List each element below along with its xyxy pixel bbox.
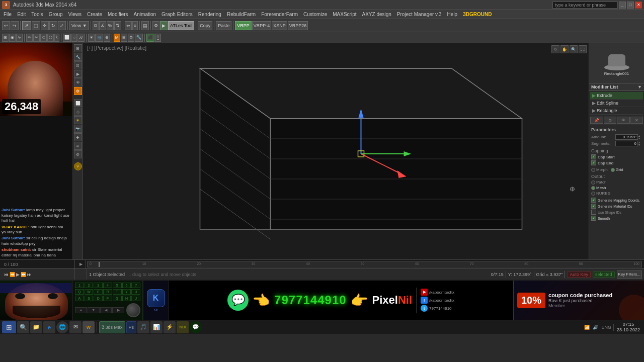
key-1[interactable]: 1 bbox=[75, 283, 84, 288]
patch-radio[interactable] bbox=[591, 180, 595, 185]
system-button[interactable]: ⚙ bbox=[128, 34, 134, 42]
minimize-button[interactable]: _ bbox=[619, 2, 626, 9]
key-u[interactable]: U bbox=[131, 289, 140, 295]
geometry-icon[interactable]: ⬜ bbox=[74, 99, 82, 107]
menu-create[interactable]: Create bbox=[85, 11, 105, 18]
menu-3dground[interactable]: 3DGROUND bbox=[460, 11, 494, 18]
menu-project-manager[interactable]: Project Manager v.3 bbox=[394, 11, 444, 18]
menu-views[interactable]: Views bbox=[66, 11, 85, 18]
shapes-icon[interactable]: ◇ bbox=[74, 108, 82, 116]
prev-frame[interactable]: ⏪ bbox=[10, 272, 15, 277]
key-t[interactable]: T bbox=[113, 289, 122, 295]
winrar-taskbar[interactable]: W bbox=[83, 321, 95, 333]
dial-knob[interactable] bbox=[126, 303, 140, 317]
spinner-snap[interactable]: ⇅ bbox=[114, 21, 121, 30]
set-key[interactable]: Key Filters... bbox=[617, 270, 642, 279]
nav-right[interactable]: ▶ bbox=[112, 307, 124, 313]
vrpp26-button[interactable]: VRPP26 bbox=[288, 21, 308, 30]
start-button[interactable]: ⊞ bbox=[2, 321, 16, 333]
vrpp-button[interactable]: VRPP-4 bbox=[252, 21, 272, 30]
modifier-item-rectangle[interactable]: ▶ Rectangle bbox=[590, 107, 643, 115]
menu-animation[interactable]: Animation bbox=[131, 11, 158, 18]
app3-taskbar[interactable]: ⚡ bbox=[164, 321, 176, 333]
delete-modifier[interactable]: ✕ bbox=[630, 117, 643, 124]
helper-button[interactable]: ⊞ bbox=[121, 34, 127, 42]
render-setup[interactable]: ⚙ bbox=[152, 21, 159, 30]
material-editor-button[interactable]: M bbox=[114, 34, 120, 42]
angle-snap[interactable]: ∡ bbox=[99, 21, 106, 30]
search-taskbar[interactable]: 🔍 bbox=[17, 321, 29, 333]
smooth-checkbox[interactable]: ✓ bbox=[591, 216, 596, 221]
spacewarps-icon[interactable]: ≋ bbox=[74, 142, 82, 150]
systems-icon[interactable]: ⚙ bbox=[74, 150, 82, 158]
amount-down[interactable]: ▼ bbox=[638, 137, 642, 140]
segments-down[interactable]: ▼ bbox=[638, 144, 642, 146]
render-button[interactable]: ▶ bbox=[160, 21, 168, 30]
morph-radio[interactable] bbox=[591, 168, 595, 172]
redo-button[interactable]: ↪ bbox=[11, 21, 19, 30]
display-icon[interactable]: 👁 bbox=[74, 78, 82, 86]
menu-maxscript[interactable]: MAXScript bbox=[330, 11, 359, 18]
bezier-button[interactable]: ⌇ bbox=[54, 34, 59, 42]
menu-tools[interactable]: Tools bbox=[29, 11, 45, 18]
atlas-tool[interactable]: ATLes Tool bbox=[168, 21, 194, 30]
camera-button[interactable]: 📹 bbox=[95, 34, 103, 42]
search-input[interactable]: type a keyword or phrase bbox=[552, 2, 618, 9]
gen-material-checkbox[interactable]: ✓ bbox=[591, 204, 596, 209]
utilities-icon[interactable]: ⚙ bbox=[74, 87, 82, 95]
show-results[interactable]: 👁 bbox=[617, 117, 630, 124]
key-2[interactable]: 2 bbox=[85, 283, 94, 288]
xsnp-button[interactable]: XSNP bbox=[272, 21, 287, 30]
poly-button[interactable]: ⬡ bbox=[47, 34, 54, 42]
explorer-taskbar[interactable]: 📁 bbox=[30, 321, 42, 333]
cylinder-button[interactable]: ⌭ bbox=[77, 34, 85, 42]
array-button[interactable]: ⣿ bbox=[155, 34, 161, 42]
modify-icon[interactable]: 🔧 bbox=[74, 53, 82, 61]
box-button[interactable]: ⬜ bbox=[63, 34, 71, 42]
sphere-button[interactable]: ○ bbox=[71, 34, 77, 42]
timeline-track[interactable]: 0 10 20 30 40 50 60 70 80 90 100 bbox=[87, 261, 642, 267]
menu-file[interactable]: File bbox=[1, 11, 14, 18]
app2-taskbar[interactable]: 📊 bbox=[150, 321, 163, 333]
key-3[interactable]: 3 bbox=[94, 283, 103, 288]
modifier-item-editspline[interactable]: ▶ Edit Spline bbox=[590, 100, 643, 107]
menu-rebuildfarm[interactable]: RebuildFarm bbox=[224, 11, 258, 18]
menu-modifiers[interactable]: Modifiers bbox=[105, 11, 131, 18]
play-button[interactable]: ⏮ bbox=[4, 272, 9, 277]
paste-button[interactable]: Paste bbox=[216, 21, 231, 30]
menu-edit[interactable]: Edit bbox=[15, 11, 28, 18]
rotate-button[interactable]: ↻ bbox=[49, 21, 57, 30]
trim-button[interactable]: ✂ bbox=[33, 34, 40, 42]
snap2d-button[interactable]: ⊞ bbox=[2, 34, 9, 42]
cameras-icon[interactable]: 📷 bbox=[74, 125, 82, 133]
helpers-icon[interactable]: ✚ bbox=[74, 133, 82, 141]
reference-dropdown[interactable]: View ▼ bbox=[69, 21, 89, 30]
menu-help[interactable]: Help bbox=[445, 11, 460, 18]
snap-toggle[interactable]: ⧈ bbox=[93, 21, 99, 30]
nav-left[interactable]: ◀ bbox=[100, 307, 112, 313]
tray-network[interactable]: 📶 bbox=[583, 325, 591, 330]
chrome-taskbar[interactable]: 🌐 bbox=[56, 321, 68, 333]
motion-icon[interactable]: ▶ bbox=[74, 70, 82, 78]
gen-mapping-checkbox[interactable]: ✓ bbox=[591, 198, 596, 203]
3dsmax-taskbar[interactable]: 3 3ds Max bbox=[99, 321, 125, 333]
snap3d-button[interactable]: ◉ bbox=[9, 34, 16, 42]
freehand-button[interactable]: ✏ bbox=[26, 34, 33, 42]
copy-button[interactable]: Copy bbox=[198, 21, 212, 30]
next-frame[interactable]: ⏭ bbox=[27, 272, 32, 277]
play-rev[interactable]: ⏩ bbox=[21, 272, 26, 277]
whatsapp-icon[interactable]: 💬 bbox=[227, 290, 249, 311]
percent-snap[interactable]: % bbox=[107, 21, 114, 30]
tray-volume[interactable]: 🔊 bbox=[592, 325, 599, 330]
mesh-radio[interactable] bbox=[591, 186, 595, 190]
app1-taskbar[interactable]: 🎵 bbox=[137, 321, 149, 333]
pan-button[interactable]: ✋ bbox=[560, 45, 569, 53]
segments-input[interactable] bbox=[615, 141, 638, 146]
select-region-button[interactable]: ⬚ bbox=[32, 21, 40, 30]
hierarchy-icon[interactable]: ⊡ bbox=[74, 61, 82, 69]
nav-down[interactable]: ▼ bbox=[88, 307, 100, 313]
menu-graph-editors[interactable]: Graph Editors bbox=[159, 11, 195, 18]
maximize-viewport-button[interactable]: ⛶ bbox=[579, 45, 587, 53]
amount-input[interactable] bbox=[615, 134, 638, 140]
scale-button[interactable]: ⤢ bbox=[58, 21, 66, 30]
